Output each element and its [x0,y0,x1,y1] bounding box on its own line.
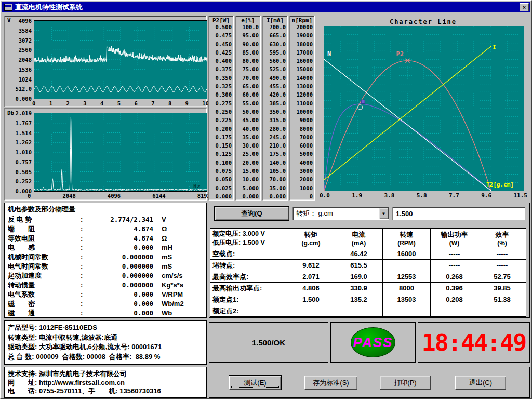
scale-tick: 6000 [291,143,313,148]
param-row: 端 阻:4.874Ω [8,224,203,234]
scope2-x-axis: 02048409661448192 [28,193,210,199]
scale-tick: 30.00 [237,143,259,148]
param-value: 4.874 [86,225,153,233]
param-row: 机械时间常数:0.000000mS [8,252,203,262]
torque-value-input[interactable] [392,207,525,220]
param-label: 起动加速度 [8,271,81,281]
row-label: 最高输出功率点: [210,283,287,294]
scale-column-header: e[%] [237,17,259,24]
save-standard-button[interactable]: 存为标准(S) [304,376,357,390]
info-line: 网 址: http://www.firstsail.com.cn [8,378,203,387]
table-cell: 13503 [383,294,431,305]
y-axis-tick: 1024 [6,77,32,82]
test-button[interactable]: 测试(E) [229,376,281,390]
torque-unit-dropdown[interactable]: 转矩： g.cm ▼ [292,207,389,220]
scale-tick: 3000 [291,168,313,174]
scale-column: e[%]100.095.0090.0085.0080.0075.0070.006… [235,16,261,201]
app-icon[interactable] [4,4,12,11]
table-cell: 615.5 [335,260,383,271]
table-cell: 51.38 [478,294,526,305]
table-cell [431,305,478,317]
scale-tick: 70.00 [264,177,286,182]
param-value: 0.000 [86,309,153,317]
y-axis-tick: 3072 [6,38,32,43]
scale-tick: 0.450 [210,42,232,47]
param-colon: : [81,225,86,233]
row-label: 最高效率点: [210,271,287,283]
scale-tick: 700.0 [264,24,286,30]
column-unit: (RPM) [383,240,430,247]
table-cell: 52.75 [478,271,526,283]
exit-button[interactable]: 退出(C) [455,376,506,390]
x-axis-tick: 8 [168,100,171,107]
param-row: 等效电阻:4.874Ω [8,234,203,243]
scale-tick: 0.025 [210,185,232,191]
y-axis-tick: 0.757 [6,159,32,165]
param-colon: : [81,272,86,280]
column-unit: (W) [431,240,478,247]
scale-tick: 0.475 [210,33,232,38]
scale-tick: 490.0 [264,75,286,81]
scale-tick: 80.00 [237,58,259,63]
character-chart-x-axis: 0.01.93.85.87.79.611.5 [320,192,527,199]
column-name: 效率 [478,230,526,240]
y-axis-tick: 512.0 [6,86,32,91]
param-colon: : [81,234,86,242]
param-label: 电 感 [8,243,81,252]
x-axis-tick: 0 [28,193,31,199]
param-unit: mS [153,262,172,270]
param-label: 端 阻 [8,224,81,234]
scale-tick: 0.500 [210,24,232,30]
scale-tick: 13000 [291,84,313,89]
params-rows: 反 电 势:2.774/2.341V端 阻:4.874Ω等效电阻:4.874Ω电… [8,215,203,316]
param-row: 磁 密:0.000Wb/m2 [8,299,203,309]
scale-tick: 0.425 [210,50,232,55]
scale-values: 2000019000180001700016000150001400013000… [291,24,313,199]
scale-tick: 11000 [291,101,313,106]
scale-tick: 20.00 [237,160,259,165]
scale-values: 700.0665.0630.0595.0560.0525.0490.0455.0… [264,24,286,199]
scale-tick: 525.0 [264,66,286,72]
row-label: 额定点1: [210,294,287,305]
query-button[interactable]: 查询(Q [215,207,289,220]
param-value: 0.000 [86,300,153,308]
table-cell: 169.0 [335,271,383,283]
scope2-y-axis: 2.0191.7671.5141.2621.0100.7570.5050.252… [6,111,32,194]
chevron-down-icon[interactable]: ▼ [379,208,389,219]
param-row: 电气系数:0.000V/RPM [8,290,203,299]
table-column-header: 转矩(g.cm) [287,229,335,248]
param-unit: Wb [153,309,172,317]
param-unit: Wb/m2 [153,300,184,308]
table-cell: 0.268 [431,271,478,283]
close-button[interactable]: × [520,3,529,11]
x-axis-tick: 4096 [108,193,121,199]
scale-column: P2[W]0.5000.4750.4500.4250.4000.3750.350… [208,16,234,201]
scale-tick: 0.050 [210,177,232,182]
scale-tick: 16000 [291,58,313,63]
param-value: 4.874 [86,234,153,242]
table-cell: 0.208 [431,294,478,305]
scale-tick: 55.00 [237,101,259,106]
info-line: 技术支持: 深圳市先航电子技术有限公司 [8,369,203,378]
x-axis-tick: 3 [83,100,86,107]
x-axis-tick: 0.0 [320,192,330,199]
scale-tick: 0.150 [210,143,232,148]
scale-tick: 1000 [291,185,313,191]
x-axis-tick: 2048 [62,193,75,199]
scale-column: I[mA]700.0665.0630.0595.0560.0525.0490.0… [262,16,288,201]
x-axis-tick: 2 [66,100,69,107]
table-cell: ----- [431,260,478,271]
scale-tick: 0.250 [210,109,232,114]
table-cell: 46.42 [335,248,383,260]
app-window: 直流电机特性测试系统 × V 4096358430722560204815361… [0,0,532,399]
y-axis-tick: 0.252 [6,179,32,184]
y-axis-tick: 1.514 [6,130,32,136]
table-cell [335,305,383,317]
param-row: 电 感:0.000mH [8,243,203,252]
table-cell: 39.85 [478,283,526,294]
print-button[interactable]: 打印(P) [380,376,431,390]
y-axis-tick: 2048 [6,57,32,62]
column-unit: (%) [478,240,526,247]
scale-tick: 50.00 [237,109,259,114]
x-axis-tick: 5.8 [417,192,427,199]
